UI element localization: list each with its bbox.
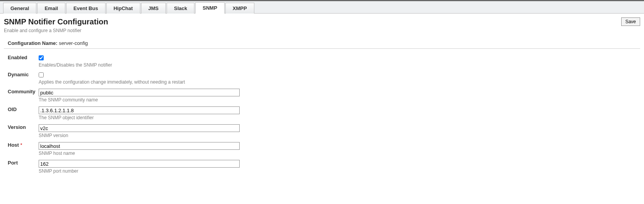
tab-event-bus[interactable]: Event Bus bbox=[66, 3, 106, 14]
community-input[interactable] bbox=[39, 89, 240, 96]
version-input[interactable] bbox=[39, 124, 240, 132]
port-input[interactable] bbox=[39, 160, 240, 168]
page-title: SNMP Notifier Configuration bbox=[4, 17, 108, 26]
tab-bar: General Email Event Bus HipChat JMS Slac… bbox=[0, 0, 644, 14]
help-port: SNMP port number bbox=[39, 168, 240, 174]
help-oid: The SNMP object identifier bbox=[39, 115, 240, 120]
tab-general[interactable]: General bbox=[3, 3, 36, 14]
dynamic-checkbox[interactable] bbox=[39, 72, 44, 77]
host-input[interactable] bbox=[39, 142, 240, 150]
label-dynamic: Dynamic bbox=[8, 72, 29, 77]
oid-input[interactable] bbox=[39, 106, 240, 114]
row-host: Host * SNMP host name bbox=[8, 140, 242, 158]
row-community: Community The SNMP community name bbox=[8, 87, 242, 105]
label-host: Host bbox=[8, 142, 19, 148]
form-table: Enabled Enables/Disables the SNMP notifi… bbox=[8, 53, 242, 176]
tab-snmp[interactable]: SNMP bbox=[195, 2, 225, 14]
help-community: The SNMP community name bbox=[39, 97, 240, 103]
row-version: Version SNMP version bbox=[8, 122, 242, 140]
row-dynamic: Dynamic Applies the configuration change… bbox=[8, 70, 242, 87]
label-version: Version bbox=[8, 124, 26, 130]
help-dynamic: Applies the configuration change immedia… bbox=[39, 79, 240, 85]
tab-xmpp[interactable]: XMPP bbox=[225, 3, 254, 14]
tab-jms[interactable]: JMS bbox=[141, 3, 166, 14]
config-name-row: Configuration Name: server-config bbox=[4, 40, 640, 46]
row-enabled: Enabled Enables/Disables the SNMP notifi… bbox=[8, 53, 242, 70]
enabled-checkbox[interactable] bbox=[39, 55, 44, 60]
label-oid: OID bbox=[8, 106, 17, 112]
help-version: SNMP version bbox=[39, 133, 240, 138]
save-button[interactable]: Save bbox=[621, 17, 640, 26]
help-host: SNMP host name bbox=[39, 151, 240, 156]
config-name-label: Configuration Name: bbox=[8, 40, 58, 46]
label-community: Community bbox=[8, 89, 36, 94]
tab-hipchat[interactable]: HipChat bbox=[106, 3, 140, 14]
row-oid: OID The SNMP object identifier bbox=[8, 105, 242, 122]
tab-slack[interactable]: Slack bbox=[167, 3, 194, 14]
page-subtitle: Enable and configure a SNMP notifier bbox=[4, 28, 108, 33]
config-name-value: server-config bbox=[59, 40, 88, 46]
label-enabled: Enabled bbox=[8, 55, 27, 60]
required-marker: * bbox=[20, 142, 22, 148]
tab-email[interactable]: Email bbox=[37, 3, 65, 14]
label-port: Port bbox=[8, 160, 18, 166]
help-enabled: Enables/Disables the SNMP notifier bbox=[39, 62, 240, 68]
row-port: Port SNMP port number bbox=[8, 158, 242, 176]
content-area: SNMP Notifier Configuration Enable and c… bbox=[0, 14, 644, 183]
separator bbox=[4, 48, 640, 49]
